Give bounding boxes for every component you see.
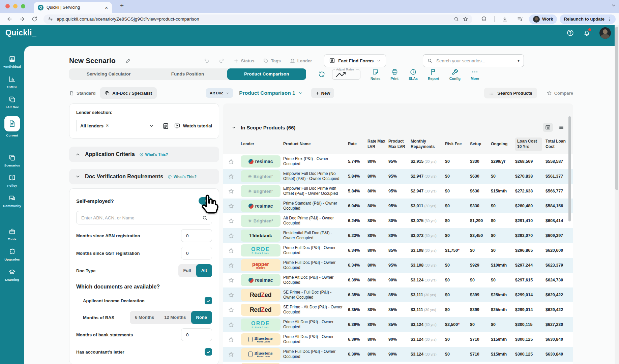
col-product-max-lvr[interactable]: Product Max LVR bbox=[388, 139, 411, 149]
list-view-button[interactable] bbox=[556, 123, 566, 132]
refresh-products-icon[interactable] bbox=[318, 71, 325, 78]
report-button[interactable]: Report bbox=[428, 68, 439, 81]
accountants-letter-checkbox[interactable] bbox=[205, 348, 212, 356]
sidebar-item-current[interactable]: Current bbox=[4, 116, 20, 137]
product-row[interactable]: peppermoneyPrime Alt Doc (P&I) - Owner bbox=[223, 362, 573, 364]
close-window-button[interactable] bbox=[5, 4, 10, 8]
sidebar-item-smsf[interactable]: +SMSF bbox=[7, 75, 18, 89]
sidebar-item-community[interactable]: Community bbox=[3, 194, 21, 208]
lender-button[interactable]: Lender bbox=[290, 58, 312, 64]
product-row[interactable]: resimacPrime Flex (P&I) - Owner Occupied… bbox=[223, 154, 573, 169]
favorite-star-icon[interactable] bbox=[228, 158, 234, 165]
tab-funds-position[interactable]: Funds Position bbox=[148, 68, 227, 80]
relaunch-button[interactable]: Relaunch to update bbox=[560, 14, 616, 24]
doc-verification-section[interactable]: Doc Verification Requirements What's Thi… bbox=[69, 169, 219, 184]
whats-this-link[interactable]: What's This? bbox=[168, 175, 197, 179]
sidebar-item-learning[interactable]: Learning bbox=[5, 268, 19, 281]
minimize-window-button[interactable] bbox=[13, 4, 18, 8]
scenario-search[interactable]: ▾ bbox=[423, 54, 524, 67]
favorite-star-icon[interactable] bbox=[228, 277, 234, 283]
abn-search-field[interactable] bbox=[76, 211, 212, 224]
standard-toggle[interactable]: Standard bbox=[69, 91, 95, 96]
favorite-star-icon[interactable] bbox=[228, 292, 234, 298]
col-total-loan-cost[interactable]: Total Loan Cost bbox=[546, 139, 570, 149]
app-logo[interactable]: Quickli_ bbox=[5, 28, 36, 37]
doc-type-full-option[interactable]: Full bbox=[178, 264, 196, 277]
bookmark-star-icon[interactable] bbox=[463, 16, 468, 22]
favorite-star-icon[interactable] bbox=[228, 173, 234, 180]
window-scrollbar[interactable] bbox=[615, 25, 619, 364]
bas-none-option[interactable]: None bbox=[191, 311, 212, 324]
print-button[interactable]: Print bbox=[390, 68, 399, 81]
new-tab-button[interactable]: + bbox=[120, 2, 124, 9]
in-scope-products-header[interactable]: In Scope Products (66) bbox=[231, 125, 296, 130]
income-declaration-checkbox[interactable] bbox=[205, 297, 212, 304]
status-button[interactable]: Status bbox=[233, 58, 255, 64]
sidebar-item-scenarios[interactable]: Scenarios bbox=[4, 154, 20, 167]
window-scrollbar-thumb[interactable] bbox=[615, 27, 618, 190]
maximize-window-button[interactable] bbox=[21, 4, 25, 8]
col-monthly-repayments[interactable]: Monthly Repayments bbox=[411, 139, 445, 149]
redo-button[interactable] bbox=[218, 58, 225, 64]
col-rate[interactable]: Rate bbox=[348, 142, 367, 147]
bas-12-months-option[interactable]: 12 Months bbox=[159, 311, 191, 324]
extensions-icon[interactable] bbox=[481, 16, 487, 22]
tab-servicing-calculator[interactable]: Servicing Calculator bbox=[69, 68, 148, 80]
download-icon[interactable] bbox=[502, 16, 508, 22]
user-avatar[interactable] bbox=[599, 27, 611, 39]
bell-icon[interactable] bbox=[583, 29, 591, 37]
sidebar-item-policy[interactable]: Policy bbox=[7, 174, 17, 187]
browser-menu-icon[interactable] bbox=[607, 17, 612, 22]
col-setup[interactable]: Setup bbox=[470, 142, 491, 147]
clipboard-icon[interactable] bbox=[162, 122, 169, 129]
tab-search-chevron-icon[interactable] bbox=[611, 3, 616, 8]
col-risk-fee[interactable]: Risk Fee bbox=[445, 142, 470, 147]
favorite-star-icon[interactable] bbox=[228, 307, 234, 313]
notes-button[interactable]: Notes bbox=[371, 68, 380, 81]
search-caret-icon[interactable]: ▾ bbox=[518, 58, 520, 63]
new-comparison-button[interactable]: New bbox=[311, 88, 334, 98]
reading-list-icon[interactable] bbox=[517, 16, 523, 22]
favorite-star-icon[interactable] bbox=[228, 233, 234, 239]
bas-6-months-option[interactable]: 6 Months bbox=[130, 311, 159, 324]
col-lender[interactable]: Lender bbox=[241, 142, 283, 147]
sidebar-item-individual[interactable]: +Individual bbox=[3, 55, 21, 68]
forward-icon[interactable] bbox=[19, 16, 25, 22]
help-icon[interactable] bbox=[566, 29, 574, 37]
search-products-button[interactable]: Search Products bbox=[484, 88, 537, 98]
months-gst-input[interactable] bbox=[181, 247, 212, 260]
products-scrollbar-thumb[interactable] bbox=[568, 116, 571, 221]
undo-button[interactable] bbox=[204, 58, 210, 64]
favorite-star-icon[interactable] bbox=[228, 322, 234, 328]
sidebar-item-tools[interactable]: Tools bbox=[8, 228, 17, 241]
col-product-name[interactable]: Product Name bbox=[283, 142, 348, 147]
watch-tutorial-button[interactable]: Watch tutorial bbox=[174, 123, 212, 129]
table-view-button[interactable] bbox=[543, 123, 553, 132]
edit-title-pencil-icon[interactable] bbox=[125, 58, 131, 64]
favorite-star-icon[interactable] bbox=[228, 247, 234, 254]
profile-button[interactable]: Work bbox=[529, 14, 557, 24]
url-bar[interactable]: app.quickli.com.au/scenario/yZe8SGSjg9Ot… bbox=[43, 14, 472, 24]
tab-product-comparison[interactable]: Product Comparison bbox=[227, 68, 306, 80]
months-abn-input[interactable] bbox=[181, 229, 212, 242]
favorite-star-icon[interactable] bbox=[228, 262, 234, 269]
tags-button[interactable]: Tags bbox=[263, 58, 281, 64]
product-row[interactable]: RedZedSE Prime - Full Doc (P&I) - Owner … bbox=[223, 287, 573, 302]
product-row[interactable]: ORDEFINANCIALPrime Alt Doc (P&I) - Owner… bbox=[223, 317, 573, 332]
scope-badge-dropdown[interactable]: Alt Doc bbox=[206, 88, 233, 98]
product-row[interactable]: ✳Brighten°Alt Doc Prime (P&I) - Owner Oc… bbox=[223, 213, 573, 228]
fact-find-forms-dropdown[interactable]: Fact Find Forms bbox=[324, 54, 386, 67]
favorite-star-icon[interactable] bbox=[228, 351, 234, 358]
favorite-star-icon[interactable] bbox=[228, 203, 234, 209]
config-button[interactable]: Config bbox=[449, 68, 461, 81]
product-row[interactable]: ORDEFINANCIALPrime Full Doc (P&I) - Owne… bbox=[223, 243, 573, 258]
close-tab-icon[interactable]: × bbox=[105, 5, 108, 10]
comparison-name-dropdown[interactable]: Product Comparison 1 bbox=[239, 90, 303, 96]
lenders-dropdown[interactable]: All lenders 8 bbox=[76, 120, 157, 131]
back-icon[interactable] bbox=[6, 16, 13, 22]
adjust-rates-control[interactable]: Adjust Rates bbox=[332, 69, 360, 80]
compare-button[interactable]: Compare bbox=[547, 90, 573, 96]
favorite-star-icon[interactable] bbox=[228, 218, 234, 224]
favorite-star-icon[interactable] bbox=[228, 188, 234, 194]
product-row[interactable]: peppermoneyPrime Full Doc (P&I) - Owner … bbox=[223, 258, 573, 273]
